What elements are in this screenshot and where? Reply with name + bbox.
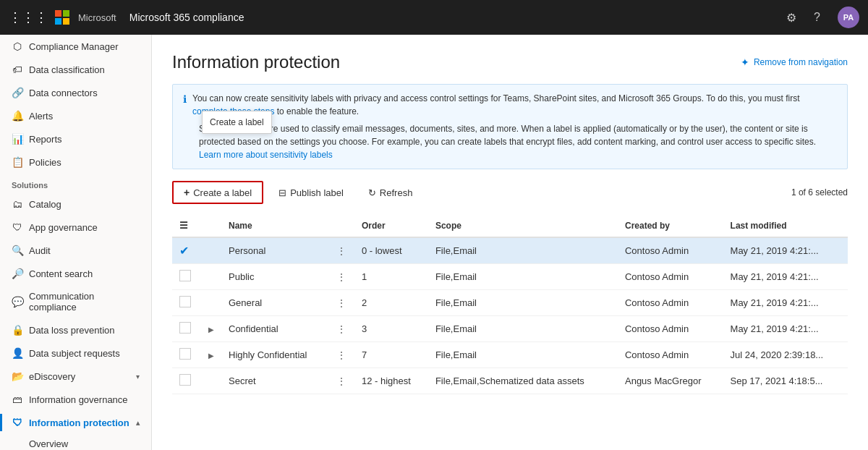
row-expand	[201, 237, 221, 264]
remove-from-navigation-button[interactable]: ✦ Remove from navigation	[741, 56, 848, 68]
sidebar-section-solutions: Solutions	[0, 174, 151, 192]
dots-icon[interactable]: ⋮	[336, 323, 347, 335]
sidebar-item-label: Reports	[29, 134, 62, 145]
row-checkbox[interactable]	[172, 290, 201, 316]
audit-icon: 🔍	[12, 245, 23, 256]
sidebar-item-data-classification[interactable]: 🏷 Data classification	[0, 58, 151, 81]
table-row[interactable]: General⋮2File,EmailContoso AdminMay 21, …	[172, 290, 848, 316]
sidebar-item-audit[interactable]: 🔍 Audit	[0, 239, 151, 262]
waffle-icon[interactable]: ⋮⋮⋮	[9, 9, 48, 25]
row-created-by: Angus MacGregor	[618, 368, 723, 394]
table-row[interactable]: ✔Personal⋮0 - lowestFile,EmailContoso Ad…	[172, 237, 848, 264]
refresh-button[interactable]: ↻ Refresh	[359, 182, 422, 203]
sidebar-item-content-search[interactable]: 🔎 Content search	[0, 262, 151, 285]
row-checkbox[interactable]	[172, 264, 201, 290]
sidebar-item-label: Information governance	[29, 394, 128, 405]
dots-icon[interactable]: ⋮	[336, 245, 347, 257]
sidebar-item-data-subject-requests[interactable]: 👤 Data subject requests	[0, 341, 151, 365]
row-checkbox[interactable]	[172, 342, 201, 368]
sidebar-item-ediscovery[interactable]: 📂 eDiscovery ▾	[0, 365, 151, 388]
th-last-modified: Last modified	[723, 214, 848, 237]
row-scope: File,Email,Schematized data assets	[428, 368, 618, 394]
user-avatar[interactable]: PA	[838, 7, 859, 28]
sidebar-item-policies[interactable]: 📋 Policies	[0, 150, 151, 174]
data-classification-icon: 🏷	[12, 64, 23, 75]
row-checkbox[interactable]	[172, 316, 201, 342]
table-row[interactable]: Secret⋮12 - highestFile,Email,Schematize…	[172, 368, 848, 394]
row-checkbox[interactable]: ✔	[172, 237, 201, 264]
selected-count: 1 of 6 selected	[791, 187, 848, 198]
row-scope: File,Email	[428, 237, 618, 264]
row-scope: File,Email	[428, 264, 618, 290]
row-last-modified: Sep 17, 2021 4:18:5...	[723, 368, 848, 394]
sidebar-item-label: Policies	[29, 157, 61, 168]
sidebar-item-label: Compliance Manager	[29, 41, 119, 52]
th-name: Name	[221, 214, 329, 237]
ediscovery-expand-icon: ▾	[136, 373, 140, 381]
row-context-menu[interactable]: ⋮	[329, 290, 354, 316]
sidebar-item-alerts[interactable]: 🔔 Alerts	[0, 104, 151, 127]
page-title: Information protection	[172, 52, 340, 72]
policies-icon: 📋	[12, 156, 23, 168]
sidebar-item-information-protection[interactable]: 🛡 Information protection ▴	[0, 411, 151, 434]
row-checkbox[interactable]	[172, 368, 201, 394]
row-context-menu[interactable]: ⋮	[329, 316, 354, 342]
row-expand[interactable]: ▶	[201, 342, 221, 368]
learn-more-link[interactable]: Learn more about sensitivity labels	[199, 150, 333, 160]
th-checkbox: ☰	[172, 214, 201, 237]
th-scope: Scope	[428, 214, 618, 237]
sidebar-item-label: Content search	[29, 268, 93, 279]
row-expand	[201, 368, 221, 394]
sidebar-item-data-loss-prevention[interactable]: 🔒 Data loss prevention	[0, 318, 151, 341]
sidebar-sub-item-overview[interactable]: Overview	[0, 434, 151, 450]
dots-icon[interactable]: ⋮	[336, 349, 347, 361]
info-banner: ℹ You can now create sensitivity labels …	[172, 84, 848, 169]
labels-table: ☰ Name Order Scope Created by Last modif…	[172, 214, 848, 394]
app-governance-icon: 🛡	[12, 221, 23, 233]
microsoft-logo-area: Microsoft	[55, 10, 116, 25]
dots-icon[interactable]: ⋮	[336, 271, 347, 283]
table-row[interactable]: Public⋮1File,EmailContoso AdminMay 21, 2…	[172, 264, 848, 290]
sidebar-item-compliance-manager[interactable]: ⬡ Compliance Manager	[0, 35, 151, 58]
dots-icon[interactable]: ⋮	[336, 375, 347, 387]
select-all-icon[interactable]: ☰	[179, 220, 188, 231]
dots-icon[interactable]: ⋮	[336, 297, 347, 309]
row-context-menu[interactable]: ⋮	[329, 342, 354, 368]
info-text-before: You can now create sensitivity labels wi…	[192, 93, 800, 103]
sidebar: ⬡ Compliance Manager 🏷 Data classificati…	[0, 35, 152, 450]
create-label-label: Create a label	[193, 187, 252, 198]
check-icon: ✔	[179, 245, 189, 257]
sidebar-item-data-connectors[interactable]: 🔗 Data connectors	[0, 81, 151, 104]
info-banner-text: You can now create sensitivity labels wi…	[192, 92, 837, 118]
expand-icon[interactable]: ▶	[208, 326, 214, 334]
row-created-by: Contoso Admin	[618, 290, 723, 316]
compliance-manager-icon: ⬡	[12, 41, 23, 52]
th-order: Order	[354, 214, 428, 237]
help-icon[interactable]: ?	[814, 11, 820, 24]
row-context-menu[interactable]: ⋮	[329, 264, 354, 290]
info-circle-icon: ℹ	[183, 92, 187, 107]
sidebar-item-reports[interactable]: 📊 Reports	[0, 127, 151, 150]
row-last-modified: May 21, 2019 4:21:...	[723, 290, 848, 316]
sidebar-item-label: Alerts	[29, 111, 53, 122]
info-text2: Sensitivity labels are used to classify …	[199, 124, 816, 147]
sidebar-item-information-governance[interactable]: 🗃 Information governance	[0, 388, 151, 411]
table-row[interactable]: ▶Confidential⋮3File,EmailContoso AdminMa…	[172, 316, 848, 342]
table-row[interactable]: ▶Highly Confidential⋮7File,EmailContoso …	[172, 342, 848, 368]
publish-label-button[interactable]: ⊟ Publish label	[269, 182, 353, 203]
settings-icon[interactable]: ⚙	[786, 11, 796, 25]
row-context-menu[interactable]: ⋮	[329, 237, 354, 264]
row-context-menu[interactable]: ⋮	[329, 368, 354, 394]
row-created-by: Contoso Admin	[618, 342, 723, 368]
sidebar-item-catalog[interactable]: 🗂 Catalog	[0, 192, 151, 216]
row-scope: File,Email	[428, 316, 618, 342]
row-expand[interactable]: ▶	[201, 316, 221, 342]
sidebar-item-communication-compliance[interactable]: 💬 Communication compliance	[0, 285, 151, 318]
expand-icon[interactable]: ▶	[208, 352, 214, 360]
empty-check	[179, 322, 191, 334]
create-label-button[interactable]: + Create a label	[172, 181, 263, 204]
sidebar-item-app-governance[interactable]: 🛡 App governance	[0, 216, 151, 239]
sidebar-item-label: Data loss prevention	[29, 325, 115, 336]
app-title: Microsoft 365 compliance	[129, 12, 244, 23]
th-expand	[201, 214, 221, 237]
